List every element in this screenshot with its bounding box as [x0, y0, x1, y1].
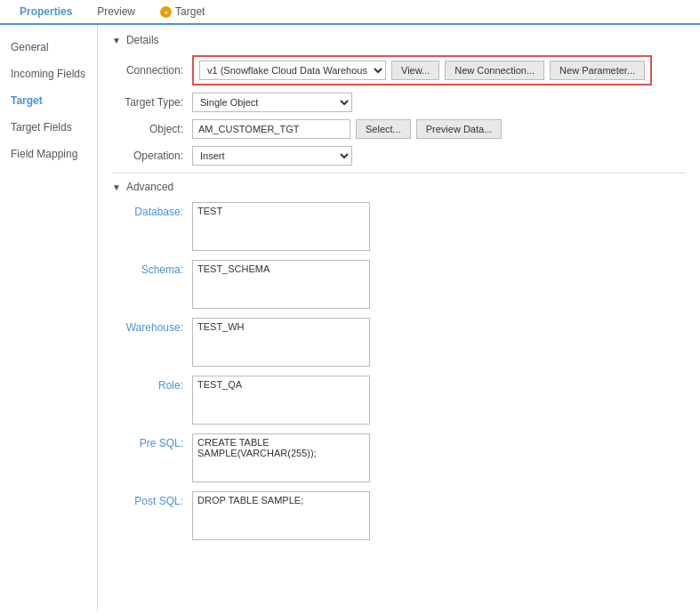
role-label: Role: [112, 376, 192, 392]
details-collapse-arrow[interactable]: ▼ [112, 36, 121, 45]
pre-sql-textarea[interactable]: CREATE TABLE SAMPLE(VARCHAR(255)); [192, 433, 370, 482]
object-row: Object: Select... Preview Data... [112, 119, 686, 139]
target-type-label: Target Type: [112, 96, 192, 109]
advanced-section-label: Advanced [126, 181, 173, 193]
tab-target[interactable]: ● Target [148, 0, 217, 25]
connection-row: Connection: v1 (Snowflake Cloud Data War… [112, 55, 686, 85]
database-textarea[interactable]: TEST [192, 202, 370, 251]
connection-select[interactable]: v1 (Snowflake Cloud Data Warehouse) [199, 61, 386, 80]
role-row: Role: TEST_QA [112, 376, 686, 425]
operation-select[interactable]: Insert [192, 146, 352, 166]
preview-data-button[interactable]: Preview Data... [416, 119, 503, 139]
target-type-row: Target Type: Single Object [112, 93, 686, 112]
operation-label: Operation: [112, 150, 192, 162]
schema-label: Schema: [112, 260, 192, 276]
database-row: Database: TEST [112, 202, 686, 251]
operation-row: Operation: Insert [112, 146, 686, 166]
advanced-collapse-arrow[interactable]: ▼ [112, 182, 121, 192]
warehouse-row: Warehouse: TEST_WH [112, 318, 686, 367]
sidebar-item-target[interactable]: Target [0, 87, 97, 114]
connection-label: Connection: [112, 64, 192, 77]
warehouse-textarea[interactable]: TEST_WH [192, 318, 370, 367]
details-section-header: ▼ Details [112, 34, 686, 46]
section-divider [112, 173, 686, 174]
post-sql-row: Post SQL: DROP TABLE SAMPLE; [112, 491, 686, 540]
select-button[interactable]: Select... [356, 119, 411, 139]
tab-properties[interactable]: Properties [7, 0, 84, 25]
post-sql-textarea[interactable]: DROP TABLE SAMPLE; [192, 491, 370, 540]
pre-sql-row: Pre SQL: CREATE TABLE SAMPLE(VARCHAR(255… [112, 433, 686, 482]
details-section-label: Details [126, 34, 159, 46]
target-type-controls: Single Object [192, 93, 352, 112]
tab-preview[interactable]: Preview [84, 0, 148, 25]
pre-sql-label: Pre SQL: [112, 433, 192, 449]
object-controls: Select... Preview Data... [192, 119, 502, 139]
object-label: Object: [112, 123, 192, 135]
role-textarea[interactable]: TEST_QA [192, 376, 370, 425]
operation-controls: Insert [192, 146, 352, 166]
main-layout: General Incoming Fields Target Target Fi… [0, 25, 700, 611]
object-input[interactable] [192, 119, 350, 139]
sidebar-item-general[interactable]: General [0, 34, 97, 61]
top-tabs: Properties Preview ● Target [0, 0, 700, 25]
new-connection-button[interactable]: New Connection... [445, 61, 544, 80]
sidebar-item-field-mapping[interactable]: Field Mapping [0, 141, 97, 167]
new-parameter-button[interactable]: New Parameter... [550, 61, 645, 80]
post-sql-label: Post SQL: [112, 491, 192, 507]
sidebar-item-target-fields[interactable]: Target Fields [0, 114, 97, 141]
schema-row: Schema: TEST_SCHEMA [112, 260, 686, 309]
sidebar: General Incoming Fields Target Target Fi… [0, 25, 98, 611]
warehouse-label: Warehouse: [112, 318, 192, 334]
schema-textarea[interactable]: TEST_SCHEMA [192, 260, 370, 309]
advanced-section-header: ▼ Advanced [112, 181, 686, 193]
target-tab-icon: ● [160, 6, 172, 18]
sidebar-item-incoming-fields[interactable]: Incoming Fields [0, 61, 97, 87]
database-label: Database: [112, 202, 192, 218]
view-button[interactable]: View... [391, 61, 439, 80]
target-type-select[interactable]: Single Object [192, 93, 352, 112]
content-area: ▼ Details Connection: v1 (Snowflake Clou… [98, 25, 700, 611]
connection-box: v1 (Snowflake Cloud Data Warehouse) View… [192, 55, 652, 85]
